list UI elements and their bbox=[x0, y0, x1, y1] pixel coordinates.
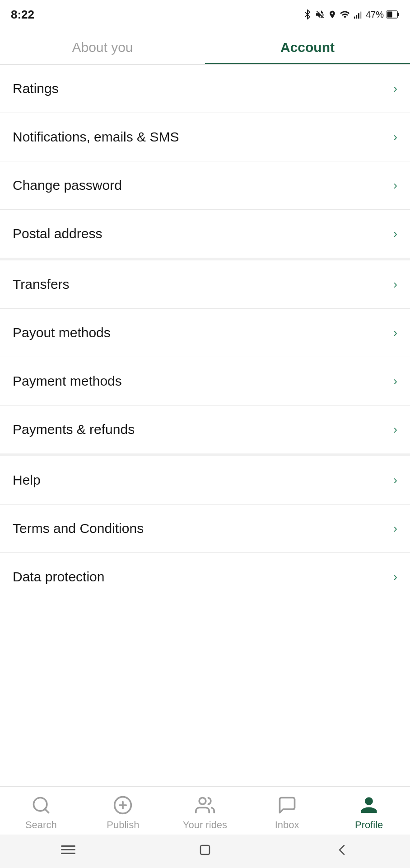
search-nav-icon bbox=[30, 794, 52, 816]
chevron-help-icon: › bbox=[393, 473, 397, 487]
nav-label-profile: Profile bbox=[355, 819, 383, 831]
svg-rect-0 bbox=[354, 17, 355, 19]
menu-item-help[interactable]: Help › bbox=[0, 456, 410, 505]
menu-section-financial: Transfers › Payout methods › Payment met… bbox=[0, 260, 410, 456]
nav-label-publish: Publish bbox=[107, 819, 139, 831]
chevron-payout-icon: › bbox=[393, 326, 397, 340]
menu-item-notifications[interactable]: Notifications, emails & SMS › bbox=[0, 113, 410, 161]
location-icon bbox=[328, 10, 337, 19]
chevron-postal-icon: › bbox=[393, 226, 397, 241]
chevron-ratings-icon: › bbox=[393, 81, 397, 96]
chevron-refunds-icon: › bbox=[393, 422, 397, 437]
menu-section-personal: Ratings › Notifications, emails & SMS › … bbox=[0, 65, 410, 260]
menu-item-postal-address[interactable]: Postal address › bbox=[0, 210, 410, 258]
menu-item-payout-methods[interactable]: Payout methods › bbox=[0, 309, 410, 357]
tab-about-you[interactable]: About you bbox=[0, 27, 205, 64]
main-content: Ratings › Notifications, emails & SMS › … bbox=[0, 65, 410, 682]
svg-rect-13 bbox=[61, 845, 75, 847]
system-nav-bar bbox=[0, 835, 410, 868]
svg-rect-5 bbox=[397, 13, 399, 16]
nav-label-search: Search bbox=[25, 819, 57, 831]
bottom-nav: Search Publish bbox=[0, 786, 410, 868]
nav-label-inbox: Inbox bbox=[275, 819, 299, 831]
battery-text: 47% bbox=[366, 9, 384, 20]
svg-rect-3 bbox=[360, 12, 362, 19]
system-home-icon[interactable] bbox=[196, 841, 214, 859]
menu-item-payment-methods[interactable]: Payment methods › bbox=[0, 357, 410, 406]
menu-item-data-protection[interactable]: Data protection › bbox=[0, 553, 410, 601]
signal-icon bbox=[353, 9, 363, 19]
menu-item-terms[interactable]: Terms and Conditions › bbox=[0, 505, 410, 553]
menu-item-ratings[interactable]: Ratings › bbox=[0, 65, 410, 113]
status-time: 8:22 bbox=[11, 8, 34, 22]
menu-item-transfers[interactable]: Transfers › bbox=[0, 260, 410, 309]
system-back-icon[interactable] bbox=[333, 841, 351, 859]
mute-icon bbox=[315, 9, 325, 19]
svg-rect-14 bbox=[61, 849, 75, 850]
nav-item-search[interactable]: Search bbox=[19, 794, 64, 831]
chevron-data-icon: › bbox=[393, 570, 397, 584]
chevron-notifications-icon: › bbox=[393, 130, 397, 144]
svg-point-12 bbox=[199, 798, 206, 805]
chevron-transfers-icon: › bbox=[393, 277, 397, 292]
chevron-terms-icon: › bbox=[393, 521, 397, 536]
svg-rect-1 bbox=[356, 15, 357, 19]
wifi-icon bbox=[340, 9, 350, 20]
status-icons: 47% bbox=[303, 9, 399, 20]
tab-header: About you Account bbox=[0, 27, 410, 65]
nav-items: Search Publish bbox=[0, 787, 410, 835]
svg-line-8 bbox=[45, 809, 48, 813]
profile-nav-icon bbox=[358, 794, 380, 816]
nav-item-inbox[interactable]: Inbox bbox=[265, 794, 310, 831]
menu-section-support: Help › Terms and Conditions › Data prote… bbox=[0, 456, 410, 601]
chevron-password-icon: › bbox=[393, 178, 397, 193]
your-rides-nav-icon bbox=[194, 794, 216, 816]
status-bar: 8:22 47% bbox=[0, 0, 410, 27]
inbox-nav-icon bbox=[276, 794, 298, 816]
nav-label-your-rides: Your rides bbox=[183, 819, 227, 831]
chevron-payment-icon: › bbox=[393, 374, 397, 388]
nav-item-your-rides[interactable]: Your rides bbox=[182, 794, 228, 831]
svg-rect-15 bbox=[61, 853, 75, 854]
battery-icon bbox=[387, 10, 399, 19]
nav-item-publish[interactable]: Publish bbox=[100, 794, 145, 831]
menu-item-change-password[interactable]: Change password › bbox=[0, 161, 410, 210]
nav-item-profile[interactable]: Profile bbox=[346, 794, 391, 831]
tab-account[interactable]: Account bbox=[205, 27, 410, 64]
publish-nav-icon bbox=[112, 794, 134, 816]
svg-rect-16 bbox=[200, 845, 210, 854]
system-menu-icon[interactable] bbox=[59, 841, 77, 859]
bluetooth-icon bbox=[303, 9, 312, 19]
svg-rect-6 bbox=[387, 12, 392, 18]
svg-rect-2 bbox=[358, 13, 359, 19]
menu-item-payments-refunds[interactable]: Payments & refunds › bbox=[0, 406, 410, 453]
